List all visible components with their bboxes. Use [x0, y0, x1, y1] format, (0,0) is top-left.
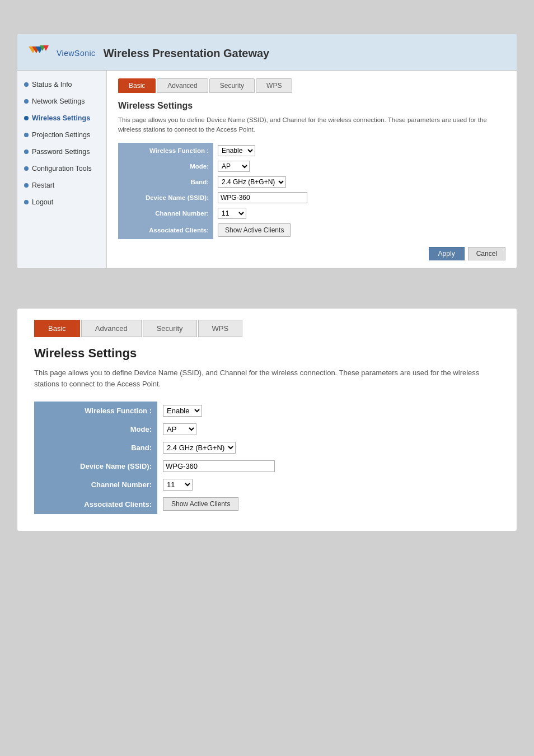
large-tab-security[interactable]: Security [143, 320, 197, 337]
large-section-description: This page allows you to define Device Na… [34, 367, 500, 391]
sidebar-item-status[interactable]: Status & Info [17, 76, 106, 93]
large-channel-select[interactable]: 11 1234 5678 9101213 Auto [163, 479, 193, 491]
large-wireless-function-label: Wireless Function : [34, 402, 157, 420]
sidebar-dot [24, 82, 29, 87]
tab-bar: Basic Advanced Security WPS [118, 78, 505, 93]
form-row-associated: Associated Clients: Show Active Clients [118, 221, 505, 239]
sidebar-dot [24, 150, 29, 154]
brand-name: ViewSonic [57, 49, 96, 58]
large-device-name-label: Device Name (SSID): [34, 457, 157, 475]
wireless-function-select[interactable]: Enable Disable [218, 145, 255, 156]
wireless-function-value: Enable Disable [213, 143, 505, 158]
section-title: Wireless Settings [118, 101, 505, 111]
form-row-band: Band: 2.4 GHz (B+G+N) 2.4 GHz (B+G) 2.4 … [118, 174, 505, 190]
large-band-select[interactable]: 2.4 GHz (B+G+N) 2.4 GHz (B+G) 2.4 GHz (B… [163, 442, 236, 454]
form-row-device-name: Device Name (SSID): [118, 190, 505, 206]
sidebar-item-wireless[interactable]: Wireless Settings [17, 110, 106, 127]
sidebar-dot [24, 133, 29, 137]
large-section-title: Wireless Settings [34, 346, 500, 361]
associated-value: Show Active Clients [213, 221, 505, 239]
device-name-value [213, 190, 505, 206]
large-mode-value: AP Client WDS [157, 420, 500, 438]
band-value: 2.4 GHz (B+G+N) 2.4 GHz (B+G) 2.4 GHz (B… [213, 174, 505, 190]
large-form-row-channel: Channel Number: 11 1234 5678 9101213 Aut… [34, 475, 500, 494]
large-form-row-associated: Associated Clients: Show Active Clients [34, 494, 500, 514]
sidebar-dot [24, 183, 29, 188]
channel-value: 11 1234 5678 9101213 Auto [213, 206, 505, 221]
large-associated-value: Show Active Clients [157, 494, 500, 514]
large-tab-bar: Basic Advanced Security WPS [34, 320, 500, 337]
sidebar-dot-active [24, 116, 29, 120]
sidebar-dot [24, 99, 29, 104]
large-mode-label: Mode: [34, 420, 157, 438]
large-tab-advanced[interactable]: Advanced [81, 320, 142, 337]
card-body: Status & Info Network Settings Wireless … [17, 71, 517, 268]
large-tab-basic[interactable]: Basic [34, 320, 80, 337]
app-header: ViewSonic Wireless Presentation Gateway [17, 34, 517, 71]
large-form-row-mode: Mode: AP Client WDS [34, 420, 500, 438]
show-active-clients-button[interactable]: Show Active Clients [218, 223, 291, 237]
band-select[interactable]: 2.4 GHz (B+G+N) 2.4 GHz (B+G) 2.4 GHz (B… [218, 176, 286, 188]
tab-wps[interactable]: WPS [256, 78, 292, 93]
large-form-row-wireless-function: Wireless Function : Enable Disable [34, 402, 500, 420]
band-label: Band: [118, 174, 213, 190]
large-channel-label: Channel Number: [34, 475, 157, 494]
mode-label: Mode: [118, 158, 213, 174]
large-device-name-value [157, 457, 500, 475]
app-title: Wireless Presentation Gateway [104, 47, 270, 60]
form-row-mode: Mode: AP Client WDS [118, 158, 505, 174]
tab-basic[interactable]: Basic [118, 78, 156, 93]
cancel-button[interactable]: Cancel [468, 247, 505, 260]
sidebar-item-config[interactable]: Configuration Tools [17, 160, 106, 177]
channel-select[interactable]: 11 1234 5678 9101213 Auto [218, 208, 246, 219]
settings-form: Wireless Function : Enable Disable Mode: [118, 143, 505, 239]
tab-advanced[interactable]: Advanced [157, 78, 208, 93]
content-area: Basic Advanced Security WPS Wireless Set… [107, 71, 517, 268]
wireless-function-label: Wireless Function : [118, 143, 213, 158]
large-form-row-band: Band: 2.4 GHz (B+G+N) 2.4 GHz (B+G) 2.4 … [34, 438, 500, 457]
form-row-wireless-function: Wireless Function : Enable Disable [118, 143, 505, 158]
large-wireless-function-select[interactable]: Enable Disable [163, 405, 202, 417]
large-show-active-clients-button[interactable]: Show Active Clients [163, 497, 238, 511]
small-card: ViewSonic Wireless Presentation Gateway … [17, 34, 517, 269]
apply-button[interactable]: Apply [429, 247, 465, 260]
form-row-channel: Channel Number: 11 1234 5678 9101213 Aut… [118, 206, 505, 221]
mode-select[interactable]: AP Client WDS [218, 161, 250, 172]
large-channel-value: 11 1234 5678 9101213 Auto [157, 475, 500, 494]
sidebar-dot [24, 166, 29, 171]
large-device-name-input[interactable] [163, 460, 275, 472]
mode-value: AP Client WDS [213, 158, 505, 174]
sidebar-dot [24, 200, 29, 204]
sidebar: Status & Info Network Settings Wireless … [17, 71, 107, 268]
device-name-input[interactable] [218, 192, 307, 203]
associated-label: Associated Clients: [118, 221, 213, 239]
large-band-label: Band: [34, 438, 157, 457]
large-form-row-device-name: Device Name (SSID): [34, 457, 500, 475]
sidebar-item-password[interactable]: Password Settings [17, 143, 106, 160]
sidebar-item-restart[interactable]: Restart [17, 177, 106, 194]
sidebar-item-network[interactable]: Network Settings [17, 93, 106, 110]
section-description: This page allows you to define Device Na… [118, 115, 505, 135]
form-footer: Apply Cancel [118, 247, 505, 260]
device-name-label: Device Name (SSID): [118, 190, 213, 206]
large-associated-label: Associated Clients: [34, 494, 157, 514]
channel-label: Channel Number: [118, 206, 213, 221]
sidebar-item-logout[interactable]: Logout [17, 194, 106, 211]
large-settings-form: Wireless Function : Enable Disable Mode:… [34, 402, 500, 514]
sidebar-item-projection[interactable]: Projection Settings [17, 127, 106, 143]
large-wireless-function-value: Enable Disable [157, 402, 500, 420]
viewsonic-logo [29, 44, 51, 62]
large-mode-select[interactable]: AP Client WDS [163, 423, 196, 435]
large-band-value: 2.4 GHz (B+G+N) 2.4 GHz (B+G) 2.4 GHz (B… [157, 438, 500, 457]
large-tab-wps[interactable]: WPS [198, 320, 243, 337]
tab-security[interactable]: Security [209, 78, 255, 93]
large-card: Basic Advanced Security WPS Wireless Set… [17, 308, 517, 532]
